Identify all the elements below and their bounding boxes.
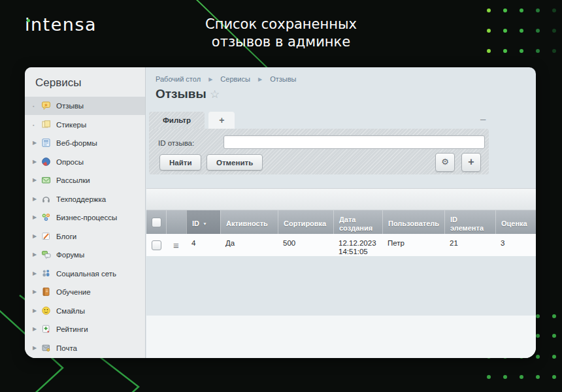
web-form-icon	[41, 138, 51, 148]
cell-created-time: 14:51:05	[339, 248, 380, 256]
svg-text:★: ★	[44, 103, 48, 107]
filter-settings-button[interactable]: ⚙	[435, 153, 455, 172]
sidebar-item-social-network[interactable]: ▶ Социальная сеть	[25, 265, 145, 283]
expand-arrow-icon[interactable]: ▶	[33, 289, 39, 295]
filter-panel: ID отзыва: Найти Отменить ⚙ +	[149, 129, 489, 174]
hero-title: Список сохраненных отзывов в админке	[0, 16, 562, 51]
add-filter-tab-button[interactable]: +	[208, 112, 235, 129]
row-menu-icon[interactable]: ≡	[173, 241, 179, 250]
expand-arrow-icon[interactable]: ▶	[33, 270, 39, 277]
sidebar-item-polls[interactable]: ▶ Опросы	[25, 153, 145, 171]
sidebar-item-reviews[interactable]: ▪ ★ Отзывы	[25, 97, 145, 115]
sidebar-item-mailings[interactable]: ▶ Рассылки	[25, 171, 145, 189]
poll-pie-icon	[41, 157, 51, 167]
filter-add-field-button[interactable]: +	[461, 153, 481, 172]
expand-arrow-icon[interactable]: ▶	[33, 233, 39, 240]
row-select-cell	[146, 234, 166, 256]
expand-arrow-icon[interactable]: ▶	[33, 196, 39, 203]
expand-arrow-icon[interactable]: ▶	[33, 177, 39, 184]
sidebar-item-web-forms[interactable]: ▶ Веб-формы	[25, 134, 145, 152]
row-menu-header-cell	[166, 210, 186, 234]
grid-footer	[146, 316, 536, 358]
grid-toolbar	[146, 188, 536, 210]
sidebar-item-stickers[interactable]: ▪ Стикеры	[25, 116, 145, 134]
sidebar-item-ratings[interactable]: ▶ Рейтинги	[25, 320, 145, 338]
expand-arrow-icon[interactable]: ▶	[33, 252, 39, 258]
breadcrumb-separator-icon: ▶	[208, 76, 212, 82]
row-menu-cell: ≡	[166, 234, 186, 256]
bullet-icon: ▪	[33, 103, 39, 110]
grid-header-row: ID ▼ Активность Сортировка Дата создания…	[146, 210, 536, 234]
education-book-icon	[41, 287, 51, 297]
select-all-checkbox[interactable]	[152, 218, 161, 227]
rating-plus-icon	[41, 324, 51, 334]
mail-icon	[41, 343, 51, 353]
expand-arrow-icon[interactable]: ▶	[33, 214, 39, 221]
sidebar-item-mail[interactable]: ▶ Почта	[25, 339, 145, 357]
cell-created-date: 12.12.2023	[339, 239, 380, 248]
sidebar-item-education[interactable]: ▶ Обучение	[25, 283, 145, 301]
column-header-user[interactable]: Пользователь	[382, 210, 444, 234]
headset-icon	[41, 194, 51, 204]
gear-icon: ⚙	[441, 157, 449, 167]
cell-sort: 500	[278, 234, 333, 256]
favorite-star-icon[interactable]: ☆	[210, 88, 220, 101]
cell-element-id: 21	[444, 234, 495, 256]
blog-pencil-icon	[41, 231, 51, 241]
cell-user: Петр	[382, 234, 444, 256]
hero-title-line1: Список сохраненных	[0, 16, 562, 33]
expand-arrow-icon[interactable]: ▶	[33, 326, 39, 333]
filter-tab-bar: Фильтр +	[149, 112, 235, 129]
breadcrumb-services[interactable]: Сервисы	[220, 75, 250, 83]
select-all-cell	[146, 210, 166, 234]
column-header-sort[interactable]: Сортировка	[278, 210, 333, 234]
sidebar-item-smileys[interactable]: ▶ Смайлы	[25, 302, 145, 320]
breadcrumb-desktop[interactable]: Рабочий стол	[156, 75, 201, 83]
cell-rating: 3	[495, 234, 536, 256]
breadcrumb-reviews: Отзывы	[270, 75, 296, 83]
tab-filter[interactable]: Фильтр	[149, 112, 205, 129]
mailing-envelope-icon	[41, 175, 51, 185]
breadcrumb: Рабочий стол ▶ Сервисы ▶ Отзывы	[156, 75, 297, 83]
review-id-label: ID отзыва:	[158, 139, 194, 147]
social-people-icon	[41, 269, 51, 278]
review-bubble-icon: ★	[41, 101, 51, 110]
sidebar-item-blogs[interactable]: ▶ Блоги	[25, 227, 145, 246]
sidebar-item-business-processes[interactable]: ▶ Бизнес-процессы	[25, 208, 145, 227]
smiley-icon	[41, 306, 51, 316]
column-header-rating[interactable]: Оценка	[495, 210, 536, 234]
admin-window: Сервисы ▪ ★ Отзывы ▪ Стикеры ▶ Веб-формы…	[25, 67, 536, 358]
sort-down-icon: ▼	[203, 220, 207, 228]
cell-created: 12.12.2023 14:51:05	[333, 234, 382, 256]
stickers-icon	[41, 120, 51, 129]
expand-arrow-icon[interactable]: ▶	[33, 308, 39, 314]
sidebar-item-forums[interactable]: ▶ Форумы	[25, 246, 145, 264]
expand-arrow-icon[interactable]: ▶	[33, 345, 39, 351]
gears-icon	[41, 212, 51, 222]
plus-icon: +	[468, 156, 474, 167]
column-header-active[interactable]: Активность	[220, 210, 278, 234]
column-header-element-id[interactable]: ID элемента	[444, 210, 495, 234]
hero-title-line2: отзывов в админке	[0, 33, 562, 51]
sidebar: Сервисы ▪ ★ Отзывы ▪ Стикеры ▶ Веб-формы…	[25, 67, 146, 358]
sidebar-item-support[interactable]: ▶ Техподдержка	[25, 190, 145, 208]
column-header-created[interactable]: Дата создания	[333, 210, 382, 234]
breadcrumb-separator-icon: ▶	[258, 76, 262, 82]
logo-green-dot	[27, 19, 30, 22]
expand-arrow-icon[interactable]: ▶	[33, 140, 39, 146]
bullet-icon: ▪	[33, 122, 39, 129]
column-header-id[interactable]: ID ▼	[186, 210, 220, 234]
cancel-button[interactable]: Отменить	[207, 154, 263, 171]
expand-arrow-icon[interactable]: ▶	[33, 159, 39, 165]
cell-active: Да	[220, 234, 278, 256]
review-id-input[interactable]	[223, 135, 485, 149]
sidebar-title: Сервисы	[35, 76, 81, 90]
page-title: Отзывы	[156, 87, 207, 101]
cell-id: 4	[186, 234, 220, 256]
find-button[interactable]: Найти	[159, 154, 201, 171]
table-row: ≡ 4 Да 500 12.12.2023 14:51:05 Петр 21 3	[146, 234, 536, 256]
row-checkbox[interactable]	[152, 240, 161, 250]
forum-bubbles-icon	[41, 250, 51, 259]
filter-minimize-button[interactable]: –	[480, 113, 486, 124]
